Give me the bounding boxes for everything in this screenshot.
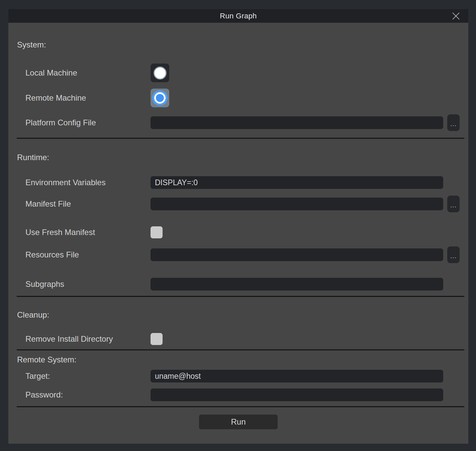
platform-config-file-row: Platform Config File ...: [17, 114, 460, 131]
environment-variables-input[interactable]: [151, 176, 443, 189]
remote-machine-radio[interactable]: [151, 89, 169, 107]
titlebar[interactable]: Run Graph: [8, 9, 468, 23]
password-label: Password:: [25, 390, 151, 400]
section-runtime-label: Runtime:: [17, 153, 460, 162]
close-icon: [452, 12, 460, 20]
section-system-label: System:: [17, 40, 460, 49]
resources-file-row: Resources File ...: [17, 246, 460, 263]
target-input[interactable]: [151, 370, 443, 382]
radio-selected-icon: [152, 90, 168, 106]
environment-variables-label: Environment Variables: [25, 178, 151, 187]
local-machine-row: Local Machine: [17, 64, 460, 82]
platform-config-file-input[interactable]: [151, 116, 443, 129]
close-button[interactable]: [452, 9, 460, 23]
target-label: Target:: [25, 371, 151, 381]
dialog-title: Run Graph: [220, 12, 257, 20]
remove-install-directory-row: Remove Install Directory: [17, 333, 460, 345]
subgraphs-label: Subgraphs: [25, 279, 151, 289]
resources-file-browse-button[interactable]: ...: [447, 246, 460, 263]
remote-machine-label: Remote Machine: [25, 93, 151, 103]
use-fresh-manifest-row: Use Fresh Manifest: [17, 226, 460, 238]
run-graph-dialog: Run Graph System: Local Machine Remote M…: [8, 9, 468, 444]
radio-unselected-icon: [154, 67, 167, 80]
remove-install-directory-checkbox[interactable]: [151, 333, 163, 345]
remote-machine-row: Remote Machine: [17, 89, 460, 107]
remove-install-directory-label: Remove Install Directory: [25, 334, 151, 344]
radio-selected-dot: [156, 94, 164, 102]
section-cleanup-label: Cleanup:: [17, 310, 460, 320]
resources-file-input[interactable]: [151, 248, 443, 261]
section-divider: [17, 406, 464, 407]
use-fresh-manifest-label: Use Fresh Manifest: [25, 228, 151, 237]
manifest-file-row: Manifest File ...: [17, 196, 460, 212]
manifest-file-input[interactable]: [151, 198, 443, 210]
use-fresh-manifest-checkbox[interactable]: [151, 226, 163, 238]
radio-selected-ring: [154, 92, 166, 104]
manifest-file-label: Manifest File: [25, 199, 151, 209]
subgraphs-row: Subgraphs: [17, 278, 460, 291]
password-input[interactable]: [151, 388, 443, 401]
target-row: Target:: [17, 370, 460, 382]
environment-variables-row: Environment Variables: [17, 176, 460, 189]
local-machine-label: Local Machine: [25, 68, 151, 78]
password-row: Password:: [17, 388, 460, 401]
platform-config-file-label: Platform Config File: [25, 118, 151, 127]
manifest-file-browse-button[interactable]: ...: [447, 196, 460, 212]
resources-file-label: Resources File: [25, 250, 151, 259]
run-button[interactable]: Run: [199, 415, 278, 429]
section-divider: [17, 349, 464, 350]
local-machine-radio[interactable]: [151, 64, 169, 82]
subgraphs-input[interactable]: [151, 278, 443, 291]
dialog-body: System: Local Machine Remote Machine Pla…: [8, 40, 468, 429]
section-divider: [17, 138, 464, 139]
platform-config-file-browse-button[interactable]: ...: [447, 114, 460, 131]
section-remote-system-label: Remote System:: [17, 355, 460, 364]
section-divider: [17, 296, 464, 297]
